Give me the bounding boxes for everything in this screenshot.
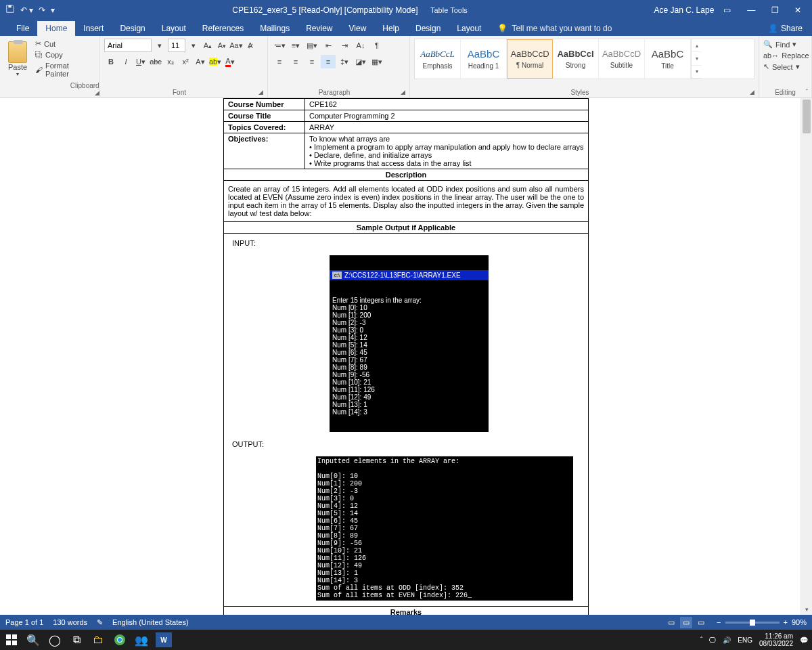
zoom-out-icon[interactable]: − — [717, 618, 721, 626]
multilevel-icon[interactable]: ▤▾ — [304, 39, 319, 52]
task-view-icon[interactable]: ⧉ — [69, 632, 84, 647]
copy-button[interactable]: ⿻Copy — [34, 50, 70, 60]
dialog-launcher-icon[interactable]: ◢ — [95, 89, 99, 96]
page-indicator[interactable]: Page 1 of 1 — [5, 618, 43, 626]
course-title-value[interactable]: Computer Programming 2 — [305, 110, 589, 122]
format-painter-button[interactable]: 🖌Format Painter — [34, 61, 70, 79]
numbering-icon[interactable]: ≡▾ — [288, 39, 303, 52]
chrome-icon[interactable] — [112, 632, 127, 647]
language-badge[interactable]: ENG — [738, 636, 752, 644]
increase-indent-icon[interactable]: ⇥ — [337, 39, 352, 52]
search-icon[interactable]: 🔍 — [26, 632, 41, 647]
maximize-icon[interactable]: ❐ — [765, 3, 786, 18]
word-icon[interactable]: W — [156, 632, 172, 647]
close-icon[interactable]: ✕ — [788, 3, 808, 18]
description-header[interactable]: Description — [224, 169, 589, 181]
sort-icon[interactable]: A↓ — [353, 39, 368, 52]
zoom-level[interactable]: 90% — [792, 618, 807, 626]
tab-review[interactable]: Review — [298, 21, 340, 36]
tab-file[interactable]: File — [8, 21, 37, 36]
objectives-label[interactable]: Objectives: — [224, 133, 305, 169]
clock[interactable]: 11:26 am08/03/2022 — [759, 632, 793, 647]
shading-icon[interactable]: ◪▾ — [353, 55, 368, 68]
remarks-header[interactable]: Remarks — [224, 607, 589, 615]
clear-formatting-icon[interactable]: A̷ — [244, 39, 256, 51]
teams-icon[interactable]: 👥 — [134, 632, 149, 647]
course-number-value[interactable]: CPE162 — [305, 99, 589, 110]
font-name-input[interactable] — [104, 39, 152, 52]
tab-home[interactable]: Home — [37, 21, 75, 36]
bullets-icon[interactable]: ≔▾ — [272, 39, 287, 52]
file-explorer-icon[interactable]: 🗀 — [91, 632, 106, 647]
dialog-launcher-icon[interactable]: ◢ — [258, 89, 263, 95]
font-size-input[interactable] — [168, 39, 185, 52]
objectives-value[interactable]: To know what arrays are • Implement a pr… — [305, 133, 589, 169]
line-spacing-icon[interactable]: ‡▾ — [337, 55, 352, 68]
show-hidden-icon[interactable]: ˆ — [700, 636, 702, 644]
spellcheck-icon[interactable]: ✎ — [97, 618, 103, 627]
chevron-down-icon[interactable]: ▾ — [187, 39, 200, 51]
volume-icon[interactable]: 🔊 — [723, 636, 731, 644]
dialog-launcher-icon[interactable]: ◢ — [750, 89, 754, 95]
chevron-down-icon[interactable]: ▾ — [154, 39, 166, 51]
save-icon[interactable] — [5, 4, 15, 16]
italic-button[interactable]: I — [119, 55, 133, 68]
print-layout-icon[interactable]: ▭ — [680, 617, 692, 628]
tab-table-design[interactable]: Design — [407, 21, 449, 36]
start-icon[interactable] — [4, 632, 19, 647]
decrease-indent-icon[interactable]: ⇤ — [321, 39, 336, 52]
select-button[interactable]: ↖Select ▾ — [763, 61, 807, 72]
tab-layout[interactable]: Layout — [154, 21, 194, 36]
style-subtitle[interactable]: AaBbCcDSubtitle — [599, 39, 645, 79]
scroll-down-icon[interactable]: ▾ — [801, 603, 812, 615]
course-number-label[interactable]: Course Number — [224, 99, 305, 110]
zoom-slider[interactable]: − + 90% — [717, 618, 807, 626]
paste-button[interactable]: Paste ▾ — [4, 39, 31, 96]
tell-me-search[interactable]: 💡Tell me what you want to do — [489, 21, 620, 36]
tab-help[interactable]: Help — [374, 21, 407, 36]
course-title-label[interactable]: Course Title — [224, 110, 305, 122]
font-color-icon[interactable]: A▾ — [223, 55, 237, 68]
notifications-icon[interactable]: 💬 — [800, 636, 808, 644]
align-center-icon[interactable]: ≡ — [288, 55, 303, 68]
share-button[interactable]: 👤Share — [759, 21, 812, 36]
shrink-font-icon[interactable]: A▾ — [216, 39, 228, 51]
word-count[interactable]: 130 words — [53, 618, 87, 626]
change-case-icon[interactable]: Aa▾ — [230, 39, 242, 51]
strikethrough-button[interactable]: abc — [149, 55, 162, 68]
style-normal[interactable]: AaBbCcD¶ Normal — [507, 39, 553, 79]
style-heading1[interactable]: AaBbCHeading 1 — [461, 39, 507, 79]
sample-body-cell[interactable]: INPUT: c:\Z:\CCS122-1\L13FBC-1\ARRAY1.EX… — [224, 234, 589, 607]
style-title[interactable]: AaBbCTitle — [645, 39, 691, 79]
tab-view[interactable]: View — [341, 21, 375, 36]
minimize-icon[interactable]: — — [740, 3, 762, 18]
document-page[interactable]: Course NumberCPE162 Course TitleComputer… — [223, 98, 589, 615]
replace-button[interactable]: ab↔Replace — [763, 50, 807, 61]
language-indicator[interactable]: English (United States) — [112, 618, 189, 626]
styles-scroll[interactable]: ▴▾▾ — [691, 39, 702, 79]
text-effects-icon[interactable]: A▾ — [194, 55, 207, 68]
tab-table-layout[interactable]: Layout — [449, 21, 489, 36]
zoom-in-icon[interactable]: + — [784, 618, 788, 626]
cortana-icon[interactable]: ◯ — [47, 632, 62, 647]
subscript-button[interactable]: x₂ — [164, 55, 177, 68]
bold-button[interactable]: B — [104, 55, 118, 68]
undo-icon[interactable]: ↶ ▾ — [20, 5, 33, 15]
collapse-ribbon-icon[interactable]: ˆ — [806, 89, 808, 96]
tab-insert[interactable]: Insert — [75, 21, 112, 36]
read-mode-icon[interactable]: ▭ — [665, 617, 677, 628]
dialog-launcher-icon[interactable]: ◢ — [401, 89, 405, 95]
scroll-thumb[interactable] — [803, 100, 811, 133]
cut-button[interactable]: ✂Cut — [34, 39, 70, 49]
style-strong[interactable]: AaBbCcIStrong — [553, 39, 599, 79]
user-name[interactable]: Ace Jan C. Lape — [654, 5, 715, 15]
sample-header[interactable]: Sample Output if Applicable — [224, 222, 589, 234]
justify-icon[interactable]: ≡ — [321, 55, 336, 68]
grow-font-icon[interactable]: A▴ — [202, 39, 214, 51]
qat-more-icon[interactable]: ▾ — [51, 5, 55, 15]
style-emphasis[interactable]: AaBbCcLEmphasis — [415, 39, 461, 79]
vertical-scrollbar[interactable]: ▴ ▾ — [800, 98, 812, 615]
show-marks-icon[interactable]: ¶ — [369, 39, 384, 52]
tab-design[interactable]: Design — [112, 21, 153, 36]
topics-value[interactable]: ARRAY — [305, 122, 589, 133]
